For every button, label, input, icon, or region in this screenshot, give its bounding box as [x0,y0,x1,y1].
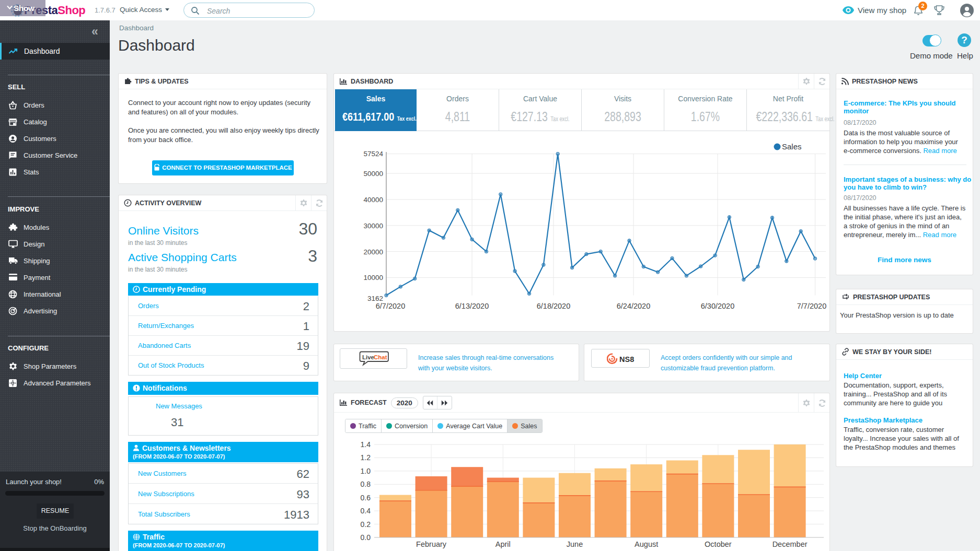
svg-text:0.6: 0.6 [361,494,371,502]
svg-text:6/7/2020: 6/7/2020 [376,302,405,310]
svg-text:Chat: Chat [374,354,387,360]
svg-text:30000: 30000 [363,222,383,230]
svg-text:1.0: 1.0 [361,467,371,475]
svg-text:7/7/2020: 7/7/2020 [797,302,826,310]
svg-text:February: February [416,540,447,548]
svg-text:3162: 3162 [367,295,383,302]
svg-text:6/13/2020: 6/13/2020 [455,302,489,310]
svg-text:57524: 57524 [363,150,383,158]
svg-text:50000: 50000 [363,170,383,178]
svg-text:0.0: 0.0 [361,533,371,542]
svg-text:0.2: 0.2 [361,520,371,529]
svg-text:Sales: Sales [782,142,802,151]
svg-text:Live: Live [362,354,374,360]
svg-text:1.2: 1.2 [361,453,371,462]
svg-text:October: October [705,540,732,548]
svg-text:10000: 10000 [363,274,383,282]
svg-text:June: June [567,540,583,548]
svg-text:April: April [495,540,511,548]
svg-text:August: August [635,540,658,548]
svg-text:20000: 20000 [363,248,383,256]
svg-text:0.8: 0.8 [361,480,371,488]
svg-text:December: December [773,540,808,548]
svg-text:6/24/2020: 6/24/2020 [617,302,651,310]
svg-text:6/30/2020: 6/30/2020 [701,302,735,310]
svg-text:NS8: NS8 [619,355,634,364]
svg-text:6/18/2020: 6/18/2020 [537,302,571,310]
svg-text:1.4: 1.4 [361,440,371,449]
svg-text:0.4: 0.4 [361,507,371,515]
svg-text:40000: 40000 [363,196,383,204]
